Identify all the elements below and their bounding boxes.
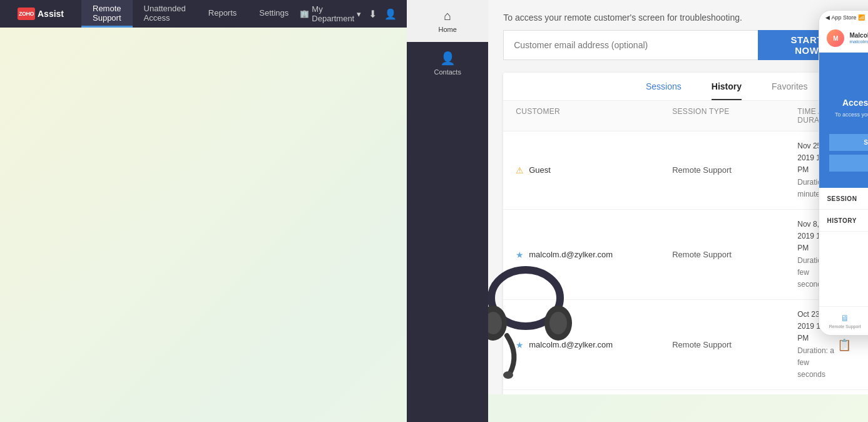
app-name: Assist (38, 9, 64, 19)
department-selector[interactable]: 🏢 My Department ▾ (300, 4, 361, 23)
nav-tab-remote-support[interactable]: Remote Support (81, 0, 133, 28)
table-row: ★ malcolm.d@zylker.com Remote Support No… (503, 210, 868, 300)
customer-name: malcolm.d@zylker.com (529, 250, 613, 259)
mobile-status-bar: ◀ App Store 📶 4:31 PM 📡 8%🔋 (819, 11, 868, 24)
mobile-profile: M Malcolm malcolm.d@zylker.com ☰ (819, 24, 868, 53)
logo: ZOHO Assist (18, 8, 64, 20)
table-header: Customer Session Type Time and Duration … (503, 101, 868, 131)
session-table: Sessions History Favorites Customer Sess… (503, 73, 868, 394)
mobile-session-row: SESSION 00 (819, 188, 868, 210)
mobile-avatar: M (827, 29, 844, 47)
star-icon: ★ (516, 340, 524, 350)
mobile-screen-icon (829, 65, 868, 90)
notes-cell: 📋 (837, 338, 868, 352)
customer-name: malcolm.d@zylker.com (529, 340, 613, 349)
mobile-footer: 🖥 Remote Support 📺 Unattended Access ⚙ S… (819, 306, 868, 335)
zoho-icon: ZOHO (18, 8, 35, 20)
mobile-footer-remote[interactable]: 🖥 Remote Support (829, 313, 861, 329)
session-type: Remote Support (672, 250, 797, 259)
contacts-icon: 👤 (440, 51, 456, 66)
tab-sessions[interactable]: Sessions (646, 81, 682, 100)
main-content: To access your remote customer's screen … (488, 0, 868, 394)
mobile-start-session-button[interactable]: START SESSION (829, 134, 868, 151)
col-customer: Customer (516, 107, 672, 125)
mobile-username: Malcolm (849, 32, 868, 39)
customer-cell: ⚠ Guest (516, 165, 672, 175)
mobile-session-label: SESSION (827, 195, 857, 202)
tab-bar: Sessions History Favorites (503, 73, 868, 101)
nav-tabs: Remote Support Unattended Access Reports… (81, 0, 300, 28)
logo-area: ZOHO Assist (0, 0, 81, 28)
tab-favorites[interactable]: Favorites (772, 81, 808, 100)
col-session-type: Session Type (672, 107, 797, 125)
nav-right: 🏢 My Department ▾ ⬇ 👤 (300, 0, 407, 28)
mobile-history-label: HISTORY (827, 217, 856, 224)
customer-cell: ★ malcolm.d@zylker.com (516, 250, 672, 260)
svg-point-6 (488, 312, 502, 334)
sidebar-item-home[interactable]: ⌂ Home (407, 0, 488, 42)
start-description: To access your remote customer's screen … (503, 13, 868, 23)
table-row: ⚠ Frida Remote Support Oct 23, 2019 12:3… (503, 390, 868, 394)
mobile-remote-icon: 🖥 (840, 313, 849, 323)
table-row: ⚠ Guest Remote Support Nov 25, 2019 12:0… (503, 131, 868, 210)
customer-name: Guest (529, 165, 551, 175)
nav-tab-unattended-access[interactable]: Unattended Access (133, 0, 197, 28)
mobile-main: Access Remote Screen To access your remo… (819, 53, 868, 188)
sidebar: ⌂ Home 👤 Contacts (407, 0, 488, 422)
mobile-email: malcolm.d@zylker.com (849, 39, 868, 44)
mobile-mockup: ◀ App Store 📶 4:31 PM 📡 8%🔋 M Malcolm ma… (819, 10, 868, 336)
mobile-screen-subtitle: To access your remote customer's screen … (829, 111, 868, 124)
notes-icon[interactable]: 📋 (837, 338, 851, 352)
session-type: Remote Support (672, 340, 797, 349)
mobile-screen-title: Access Remote Screen (829, 98, 868, 108)
warning-icon: ⚠ (516, 165, 524, 175)
sidebar-item-contacts[interactable]: 👤 Contacts (407, 42, 488, 85)
email-input[interactable] (503, 30, 757, 60)
nav-tab-settings[interactable]: Settings (248, 0, 300, 28)
mobile-schedule-button[interactable]: SCHEDULE (829, 155, 868, 172)
table-row: ★ malcolm.d@zylker.com Remote Support Oc… (503, 300, 868, 390)
customer-cell: ★ malcolm.d@zylker.com (516, 340, 672, 350)
user-icon[interactable]: 👤 (384, 8, 397, 20)
session-type: Remote Support (672, 165, 797, 175)
home-icon: ⌂ (444, 9, 451, 23)
mobile-history-row: HISTORY 15 (819, 210, 868, 232)
start-bar: START NOW SCHEDULE (503, 30, 868, 60)
tab-history[interactable]: History (712, 81, 742, 100)
nav-tab-reports[interactable]: Reports (197, 0, 248, 28)
star-icon: ★ (516, 250, 524, 260)
download-icon[interactable]: ⬇ (369, 8, 377, 20)
